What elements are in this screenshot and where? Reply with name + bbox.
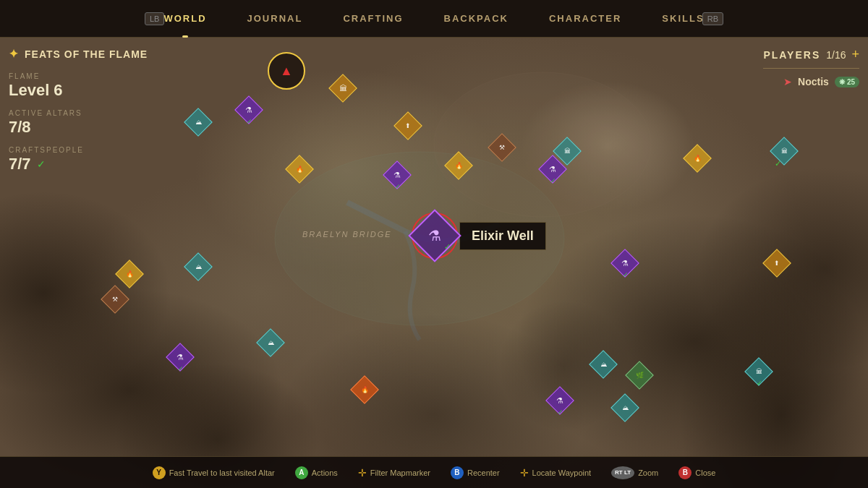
map-marker-gold-fire[interactable]: 🔥	[119, 264, 140, 284]
flame-label: FLAME	[9, 72, 148, 80]
hint-filter: ✛ Filter Mapmarker	[358, 467, 430, 479]
map-marker-teal-4[interactable]: ⛰	[188, 257, 208, 277]
map-marker-gold-3[interactable]: 🔥	[687, 148, 707, 168]
altars-section: ACTIVE ALTARS 7/8	[9, 109, 148, 136]
compass: ▲	[268, 52, 305, 90]
map-marker-teal-8[interactable]: ⛰	[615, 398, 635, 418]
craftspeople-value: 7/7	[9, 155, 31, 173]
nav-backpack[interactable]: BACKPACK	[424, 0, 529, 38]
y-button: Y	[153, 466, 166, 479]
zoom-label: Zoom	[638, 468, 658, 477]
b-button-red: B	[678, 466, 692, 479]
map-marker-teal-5[interactable]: ⛰	[260, 333, 281, 353]
actions-label: Actions	[312, 468, 338, 477]
nav-character[interactable]: CHARACTER	[529, 0, 642, 38]
rt-lt-button: RT LT	[611, 466, 634, 479]
add-player-icon[interactable]: +	[851, 47, 859, 62]
flame-section: FLAME Level 6	[9, 72, 148, 99]
waypoint-cross-icon: ✛	[520, 467, 529, 479]
map-marker-altar-1[interactable]: 🏛	[333, 78, 353, 98]
altars-value: 7/8	[9, 119, 148, 136]
tooltip-label: Elixir Well	[459, 222, 546, 250]
elixir-well-marker[interactable]: ⚗ ✓	[416, 217, 454, 254]
map-marker-teal-1[interactable]: ⛰	[188, 112, 208, 132]
right-panel: PLAYERS 1/16 + ➤ Noctis ❋ 25	[763, 47, 859, 87]
hint-close: B Close	[678, 466, 715, 479]
nav-items: WORLD JOURNAL CRAFTING BACKPACK CHARACTE…	[143, 0, 724, 38]
hint-waypoint: ✛ Locate Waypoint	[520, 467, 592, 479]
panel-title-text: FEATS OF THE FLAME	[25, 48, 148, 60]
map-marker-purple-3[interactable]: ⚗ ✓	[615, 253, 635, 273]
player-entry: ➤ Noctis ❋ 25	[763, 76, 859, 87]
players-divider	[763, 68, 859, 69]
check-icon: ✓	[444, 242, 451, 252]
craftspeople-label: CRAFTSPEOPLE	[9, 146, 148, 154]
tooltip-marker[interactable]: ⚗ ✓ Elixir Well	[416, 217, 546, 254]
player-arrow-icon: ➤	[783, 76, 792, 87]
player-level: 25	[847, 78, 855, 86]
close-label: Close	[695, 468, 715, 477]
players-header: PLAYERS 1/16 +	[763, 47, 859, 62]
a-button: A	[295, 466, 308, 479]
hint-recenter: B Recenter	[451, 466, 500, 479]
player-name: Noctis	[798, 76, 829, 87]
svg-point-1	[434, 72, 651, 217]
nav-world[interactable]: WORLD	[143, 0, 226, 38]
rb-button[interactable]: RB	[702, 12, 723, 25]
map-marker-gold-4[interactable]: ⬆	[767, 253, 787, 273]
bottom-bar: Y Fast Travel to last visited Altar A Ac…	[0, 456, 868, 488]
b-button-blue: B	[451, 466, 464, 479]
players-count: 1/16	[826, 49, 846, 61]
recenter-label: Recenter	[467, 468, 500, 477]
nav-journal[interactable]: JOURNAL	[227, 0, 323, 38]
left-panel: ✦ FEATS OF THE FLAME FLAME Level 6 ACTIV…	[9, 47, 148, 184]
compass-icon: ▲	[268, 52, 305, 90]
flame-value: Level 6	[9, 82, 148, 99]
map-marker-altar-2[interactable]: ⬆	[398, 116, 418, 136]
map-marker-purple-1[interactable]: ⚗ ✓	[387, 165, 407, 185]
snowflake-icon: ❋	[839, 78, 845, 86]
hint-zoom: RT LT Zoom	[611, 466, 658, 479]
map-marker-teal-3[interactable]: 🏛	[774, 141, 794, 161]
map-marker-gold-1[interactable]: 🔥	[289, 159, 310, 179]
panel-title: ✦ FEATS OF THE FLAME	[9, 47, 148, 61]
map-marker-teal-6[interactable]: ⛰	[593, 354, 613, 374]
map-marker-purple-5[interactable]: ⚗ ✓	[550, 390, 570, 411]
map-marker-fire-1[interactable]: 🔥	[354, 380, 375, 400]
players-title: PLAYERS	[763, 49, 820, 61]
waypoint-label: Locate Waypoint	[532, 468, 592, 477]
feats-icon: ✦	[9, 47, 19, 61]
map-marker-purple-4[interactable]: ⚗ ✓	[170, 347, 190, 367]
elixir-icon: ⚗	[428, 227, 441, 244]
hint-actions: A Actions	[295, 466, 338, 479]
map-marker-purple-2[interactable]: ⚗ ✓	[542, 159, 563, 179]
map-marker-green-1[interactable]: 🌿	[629, 365, 650, 385]
map-marker-brown-2[interactable]: ⚒	[105, 289, 125, 309]
filter-label: Filter Mapmarker	[370, 468, 430, 477]
region-label: BRAELYN BRIDGE	[302, 230, 392, 239]
navbar: LB WORLD JOURNAL CRAFTING BACKPACK CHARA…	[0, 0, 868, 38]
map-marker-gold-2[interactable]: 🔥	[448, 155, 469, 176]
fast-travel-label: Fast Travel to last visited Altar	[169, 468, 275, 477]
map-marker-teal-2[interactable]: 🏛	[557, 141, 577, 161]
nav-crafting[interactable]: CRAFTING	[323, 0, 423, 38]
map-marker-brown-1[interactable]: ⚒	[492, 137, 512, 158]
craftspeople-check-icon: ✓	[37, 158, 46, 170]
map-marker-1[interactable]: ⚗ ✓	[239, 100, 259, 120]
filter-cross-icon: ✛	[358, 467, 367, 479]
hint-fast-travel: Y Fast Travel to last visited Altar	[153, 466, 275, 479]
map-marker-teal-7[interactable]: 🏛 ✓	[749, 361, 769, 382]
altars-label: ACTIVE ALTARS	[9, 109, 148, 117]
player-level-badge: ❋ 25	[835, 77, 859, 87]
craftspeople-section: CRAFTSPEOPLE 7/7 ✓	[9, 146, 148, 173]
